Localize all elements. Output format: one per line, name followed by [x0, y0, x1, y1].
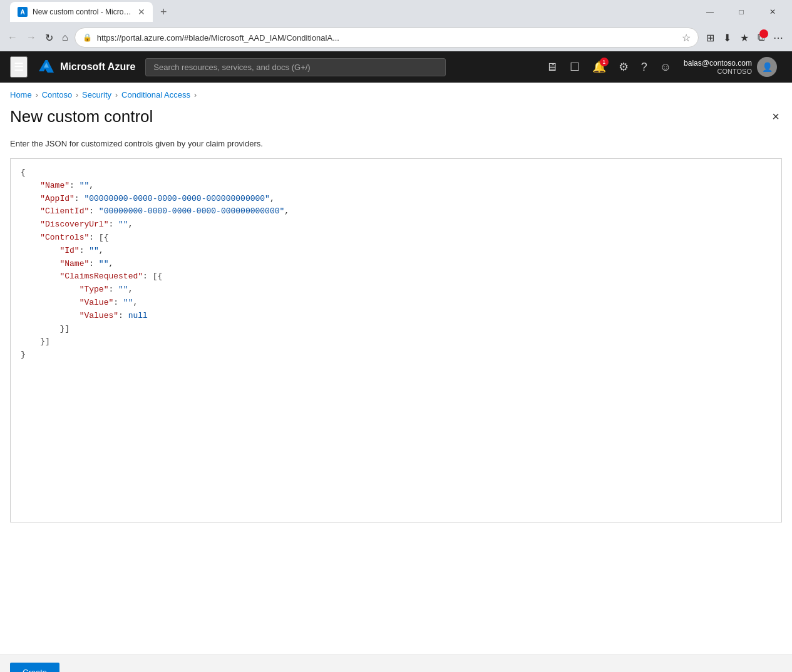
search-input[interactable] — [145, 58, 446, 76]
json-editor[interactable]: { "Name": "", "AppId": "00000000-0000-00… — [11, 159, 781, 522]
page-content: Home › Contoso › Security › Conditional … — [0, 83, 792, 654]
extensions-button[interactable]: ⊞ — [702, 29, 718, 46]
toolbar-icons: ⊞ ⬇ ★ ⧉ ⋯ — [702, 29, 787, 46]
settings-gear-button[interactable]: ⚙ — [614, 56, 634, 78]
refresh-button[interactable]: ↻ — [43, 29, 56, 46]
collections-button[interactable]: ⧉ — [754, 29, 768, 46]
back-button[interactable]: ← — [5, 29, 20, 46]
header-icons: 🖥 ☐ 🔔 1 ⚙ ? ☺ balas@contoso.com CONTOSO … — [541, 54, 782, 79]
minimize-button[interactable]: — — [696, 3, 724, 21]
breadcrumb-conditional-access[interactable]: Conditional Access — [121, 90, 190, 99]
settings-button[interactable]: ⋯ — [769, 29, 787, 46]
home-button[interactable]: ⌂ — [59, 29, 71, 46]
azure-title: Microsoft Azure — [60, 61, 135, 73]
tab-title: New custom control - Microsoft — [33, 8, 133, 16]
url-bar[interactable]: 🔒 https://portal.azure.com/#blade/Micros… — [75, 28, 699, 48]
user-name: balas@contoso.com — [684, 59, 752, 68]
breadcrumb-security[interactable]: Security — [82, 90, 111, 99]
breadcrumb-sep-3: › — [115, 91, 118, 99]
close-panel-button[interactable]: × — [769, 107, 782, 126]
feedback-button[interactable]: ☺ — [655, 57, 676, 78]
json-editor-container: { "Name": "", "AppId": "00000000-0000-00… — [10, 158, 782, 522]
breadcrumb-sep-1: › — [36, 91, 38, 99]
maximize-button[interactable]: □ — [727, 3, 756, 21]
window-controls: — □ ✕ — [696, 3, 787, 21]
url-text: https://portal.azure.com/#blade/Microsof… — [97, 33, 677, 43]
azure-search[interactable] — [145, 58, 446, 76]
user-info[interactable]: balas@contoso.com CONTOSO 👤 — [679, 54, 782, 79]
browser-tab[interactable]: A New custom control - Microsoft ✕ — [10, 2, 153, 22]
page-title: New custom control — [10, 107, 153, 126]
breadcrumb-sep-2: › — [76, 91, 78, 99]
panel-header: New custom control × — [10, 107, 782, 126]
address-bar: ← → ↻ ⌂ 🔒 https://portal.azure.com/#blad… — [0, 24, 792, 51]
forward-button[interactable]: → — [24, 29, 39, 46]
tab-favicon: A — [18, 7, 28, 17]
cloud-shell-button[interactable]: 🖥 — [541, 57, 562, 78]
azure-logo-icon — [38, 58, 55, 76]
new-tab-button[interactable]: + — [155, 3, 172, 21]
main-panel: New custom control × Enter the JSON for … — [0, 107, 792, 542]
bookmark-button[interactable]: ☆ — [682, 32, 691, 44]
tab-close-button[interactable]: ✕ — [138, 7, 145, 17]
user-text: balas@contoso.com CONTOSO — [684, 59, 752, 75]
description-text: Enter the JSON for customized controls g… — [10, 139, 782, 148]
lock-icon: 🔒 — [83, 33, 92, 42]
breadcrumb: Home › Contoso › Security › Conditional … — [0, 83, 792, 107]
create-button[interactable]: Create — [10, 663, 59, 672]
hamburger-menu[interactable]: ☰ — [10, 56, 28, 78]
notification-count-badge: 1 — [600, 58, 609, 66]
azure-header: ☰ Microsoft Azure 🖥 ☐ 🔔 1 ⚙ ? ☺ balas@co… — [0, 51, 792, 83]
breadcrumb-contoso[interactable]: Contoso — [42, 90, 72, 99]
downloads-button[interactable]: ⬇ — [719, 29, 735, 46]
title-bar: A New custom control - Microsoft ✕ + — □… — [0, 0, 792, 24]
favorites-button[interactable]: ★ — [736, 29, 753, 46]
help-button[interactable]: ? — [636, 57, 652, 78]
breadcrumb-sep-4: › — [194, 91, 197, 99]
footer: Create — [0, 654, 792, 672]
notification-badge — [759, 29, 768, 38]
close-button[interactable]: ✕ — [758, 3, 787, 21]
user-tenant: CONTOSO — [684, 68, 752, 75]
breadcrumb-home[interactable]: Home — [10, 90, 32, 99]
portal-menu-button[interactable]: ☐ — [565, 56, 585, 78]
azure-logo: Microsoft Azure — [38, 58, 135, 76]
user-avatar: 👤 — [757, 57, 777, 77]
notifications-button[interactable]: 🔔 1 — [587, 56, 611, 78]
